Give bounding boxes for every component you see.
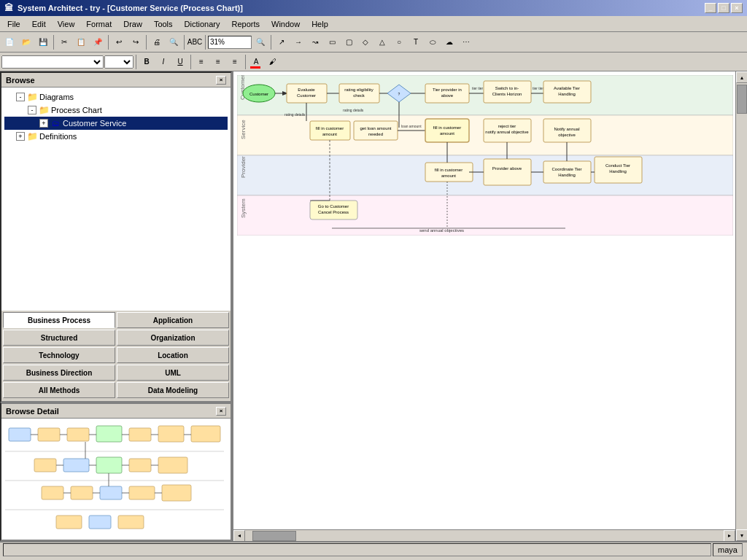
- triangle-button[interactable]: △: [374, 34, 390, 50]
- browse-detail-header: Browse Detail ×: [1, 404, 231, 419]
- browse-detail-close-button[interactable]: ×: [216, 407, 226, 416]
- maximize-button[interactable]: □: [718, 3, 729, 13]
- title-bar-buttons[interactable]: _ □ ×: [705, 3, 743, 13]
- align-center-button[interactable]: ≡: [210, 54, 226, 70]
- tab-structured[interactable]: Structured: [3, 330, 115, 346]
- svg-text:check: check: [353, 93, 365, 98]
- font-family-select[interactable]: [1, 55, 104, 69]
- tree-label-customerservice: Customer Service: [63, 119, 126, 128]
- tab-business-direction[interactable]: Business Direction: [3, 365, 115, 381]
- svg-text:?: ?: [398, 92, 400, 96]
- left-panel: Browse × - 📁 Diagrams - 📁 Process Char: [0, 71, 233, 541]
- tab-application[interactable]: Application: [117, 312, 229, 328]
- svg-text:Handling: Handling: [558, 173, 576, 177]
- save-button[interactable]: 💾: [35, 34, 51, 50]
- copy-button[interactable]: 📋: [73, 34, 89, 50]
- arrow-button[interactable]: ↗: [274, 34, 290, 50]
- svg-text:Switch to in-: Switch to in-: [495, 86, 519, 90]
- cut-button[interactable]: ✂: [56, 34, 72, 50]
- rect-button[interactable]: ▭: [324, 34, 340, 50]
- more-button[interactable]: ⋯: [458, 34, 474, 50]
- tab-buttons-area: Business Process Application Structured …: [1, 311, 231, 401]
- menu-help[interactable]: Help: [306, 18, 334, 30]
- scroll-down-button[interactable]: ▾: [736, 529, 747, 541]
- print-button[interactable]: 🖨: [149, 34, 165, 50]
- tree-item-customerservice[interactable]: + 🗂 Customer Service: [4, 117, 228, 130]
- title-bar-left: 🏛 System Architect - try - [Customer Ser…: [4, 3, 243, 13]
- ellipse-button[interactable]: ⬭: [425, 34, 441, 50]
- tab-all-methods[interactable]: All Methods: [3, 382, 115, 398]
- paste-button[interactable]: 📌: [90, 34, 106, 50]
- line-button[interactable]: →: [290, 34, 306, 50]
- expand-processchart[interactable]: -: [28, 106, 36, 114]
- zoom-in-button[interactable]: 🔍: [252, 34, 268, 50]
- expand-diagrams[interactable]: -: [16, 93, 25, 101]
- tab-location[interactable]: Location: [117, 347, 229, 363]
- scroll-left-button[interactable]: ◂: [233, 530, 245, 542]
- menu-dictionary[interactable]: Dictionary: [179, 18, 226, 30]
- highlight-button[interactable]: 🖌: [265, 54, 281, 70]
- menu-tools[interactable]: Tools: [148, 18, 179, 30]
- text-button[interactable]: T: [408, 34, 424, 50]
- scroll-track[interactable]: [736, 83, 747, 529]
- align-left-button[interactable]: ≡: [193, 54, 209, 70]
- undo-button[interactable]: ↩: [111, 34, 127, 50]
- svg-text:amount: amount: [441, 174, 456, 178]
- rounded-rect-button[interactable]: ▢: [341, 34, 357, 50]
- svg-text:Conduct Tier: Conduct Tier: [605, 163, 630, 168]
- menu-reports[interactable]: Reports: [225, 18, 266, 30]
- diagram-customerservice-icon: 🗂: [50, 117, 61, 129]
- separator-f2: [190, 55, 191, 69]
- diagram-canvas[interactable]: Customer Service Provider System Custome…: [233, 71, 735, 529]
- cloud-button[interactable]: ☁: [441, 34, 457, 50]
- svg-text:tier tier: tier tier: [472, 86, 484, 90]
- expand-customerservice[interactable]: +: [39, 119, 48, 128]
- svg-rect-19: [129, 459, 151, 472]
- tree-item-definitions[interactable]: + 📁 Definitions: [4, 130, 228, 143]
- italic-button[interactable]: I: [155, 54, 171, 70]
- menu-file[interactable]: File: [1, 18, 26, 30]
- tab-business-process[interactable]: Business Process: [3, 312, 115, 328]
- vertical-scrollbar[interactable]: ▴ ▾: [735, 71, 747, 541]
- font-size-select[interactable]: [104, 55, 133, 69]
- menu-view[interactable]: View: [52, 18, 81, 30]
- tab-technology[interactable]: Technology: [3, 347, 115, 363]
- menu-edit[interactable]: Edit: [26, 18, 52, 30]
- bold-button[interactable]: B: [139, 54, 155, 70]
- underline-button[interactable]: U: [172, 54, 188, 70]
- browse-close-button[interactable]: ×: [216, 76, 226, 85]
- tab-uml[interactable]: UML: [117, 365, 229, 381]
- tree-item-processchart[interactable]: - 📁 Process Chart: [4, 104, 228, 117]
- diamond-button[interactable]: ◇: [357, 34, 374, 50]
- svg-text:Handling: Handling: [558, 92, 576, 96]
- tree-area[interactable]: - 📁 Diagrams - 📁 Process Chart: [1, 88, 231, 311]
- svg-rect-27: [100, 486, 122, 499]
- scroll-up-button[interactable]: ▴: [736, 71, 747, 83]
- new-button[interactable]: 📄: [1, 34, 18, 50]
- horizontal-scrollbar[interactable]: ◂ ▸: [233, 529, 735, 541]
- tab-organization[interactable]: Organization: [117, 330, 229, 346]
- zoom-input[interactable]: [208, 36, 252, 49]
- svg-rect-7: [129, 428, 151, 441]
- minimize-button[interactable]: _: [705, 3, 716, 13]
- menu-draw[interactable]: Draw: [117, 18, 148, 30]
- circle-button[interactable]: ○: [391, 34, 407, 50]
- close-button[interactable]: ×: [731, 3, 743, 13]
- tab-data-modeling[interactable]: Data Modeling: [117, 382, 229, 398]
- open-button[interactable]: 📂: [18, 34, 34, 50]
- scroll-right-button[interactable]: ▸: [724, 530, 735, 542]
- title-bar: 🏛 System Architect - try - [Customer Ser…: [0, 0, 747, 16]
- expand-definitions[interactable]: +: [16, 132, 25, 141]
- font-color-button[interactable]: A: [248, 54, 264, 70]
- svg-text:Service: Service: [240, 120, 247, 139]
- tree-item-diagrams[interactable]: - 📁 Diagrams: [4, 90, 228, 104]
- menu-format[interactable]: Format: [80, 18, 117, 30]
- menu-window[interactable]: Window: [266, 18, 306, 30]
- align-right-button[interactable]: ≡: [227, 54, 243, 70]
- redo-button[interactable]: ↪: [128, 34, 144, 50]
- curved-button[interactable]: ↝: [307, 34, 323, 50]
- spell-button[interactable]: ABC: [187, 34, 203, 50]
- svg-rect-76: [354, 121, 398, 140]
- print-preview-button[interactable]: 🔍: [166, 34, 182, 50]
- tab-row-1: Business Process Application: [3, 312, 229, 328]
